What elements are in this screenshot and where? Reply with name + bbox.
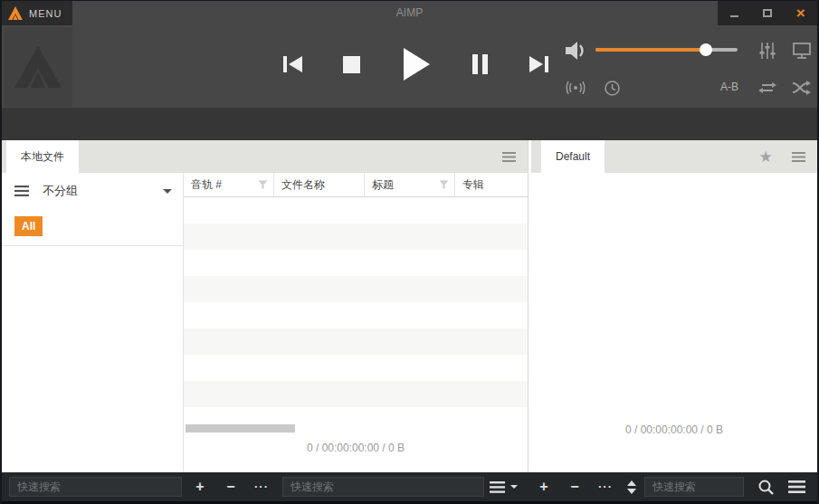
visualization-display-button[interactable]: [790, 39, 814, 62]
play-button[interactable]: [398, 45, 434, 83]
horizontal-scrollbar[interactable]: [184, 424, 528, 433]
previous-track-button[interactable]: [279, 52, 306, 76]
maximize-button[interactable]: [756, 1, 779, 25]
filter-funnel-icon[interactable]: [258, 180, 268, 189]
window-controls: ×: [718, 1, 817, 25]
playlist-remove-button[interactable]: −: [564, 476, 586, 498]
library-tabstrip: 本地文件: [2, 140, 528, 173]
mute-button[interactable]: [564, 39, 587, 62]
volume-slider[interactable]: [595, 48, 738, 52]
monitor-icon: [793, 43, 811, 59]
repeat-button[interactable]: [756, 76, 779, 100]
stop-icon: [343, 56, 360, 73]
grouping-pane: 不分组 All: [2, 173, 184, 472]
group-remove-button[interactable]: −: [220, 476, 242, 498]
hamburger-menu-icon: [792, 152, 805, 162]
library-search-input[interactable]: [282, 477, 484, 497]
playlist-status: 0 / 00:00:00:00 / 0 B: [531, 423, 817, 436]
playlist-find-button[interactable]: [755, 476, 776, 498]
playlist-bookmark-button[interactable]: ★: [752, 140, 779, 173]
library-menu-button[interactable]: [495, 140, 522, 173]
library-status: 0 / 00:00:00:00 / 0 B: [184, 442, 528, 454]
shuffle-icon: [793, 81, 811, 95]
column-header-filename[interactable]: 文件名称: [274, 173, 365, 196]
stop-button[interactable]: [338, 52, 364, 76]
table-header-row: 音轨 # 文件名称 标题: [184, 173, 528, 197]
playlist-sort-button[interactable]: [627, 480, 636, 494]
library-view-menu-button[interactable]: [490, 481, 518, 493]
aimp-window: MENU AIMP ×: [0, 0, 819, 504]
sleep-timer-button[interactable]: [600, 76, 624, 100]
repeat-icon: [758, 81, 776, 94]
star-icon: ★: [758, 147, 772, 166]
next-track-button[interactable]: [525, 52, 552, 76]
player-deck: A-B: [2, 25, 817, 108]
column-header-track[interactable]: 音轨 #: [184, 173, 274, 196]
pause-button[interactable]: [467, 52, 492, 76]
volume-fill: [595, 48, 706, 52]
title-bar: MENU AIMP ×: [2, 1, 817, 25]
search-icon: [758, 480, 774, 495]
maximize-icon: [763, 9, 772, 17]
table-row: [184, 355, 528, 381]
table-row: [184, 197, 528, 223]
group-search-input[interactable]: [9, 477, 182, 497]
close-icon: ×: [796, 5, 805, 21]
playlist-body[interactable]: 0 / 00:00:00:00 / 0 B: [531, 173, 817, 472]
minimize-button[interactable]: [722, 1, 746, 25]
playlist-tabstrip: Default ★: [531, 140, 817, 173]
speaker-icon: [566, 42, 586, 60]
pause-icon: [472, 54, 488, 74]
chevron-down-icon: [510, 485, 518, 489]
library-section: 本地文件 不分组: [2, 140, 529, 472]
group-add-button[interactable]: +: [189, 476, 211, 498]
hamburger-menu-icon: [490, 481, 505, 493]
playlist-search-input[interactable]: [644, 477, 744, 497]
playlist-more-button[interactable]: ···: [595, 476, 616, 498]
filter-funnel-icon[interactable]: [439, 180, 449, 189]
hamburger-menu-icon: [502, 152, 516, 162]
tab-playlist-default-label: Default: [556, 150, 590, 163]
table-row: [184, 250, 528, 276]
minimize-icon: [730, 15, 738, 17]
playlist-section: Default ★ 0 / 00:00:00:00 / 0 B: [531, 140, 817, 472]
ab-repeat-button[interactable]: A-B: [720, 81, 738, 93]
table-row: [184, 223, 528, 250]
volume-slider-thumb[interactable]: [700, 43, 712, 56]
playlist-options-button[interactable]: [786, 476, 807, 498]
shuffle-button[interactable]: [790, 76, 814, 100]
playlist-menu-button[interactable]: [785, 140, 812, 173]
table-row: [184, 276, 528, 302]
next-track-icon: [529, 56, 548, 72]
broadcast-icon: [566, 81, 586, 94]
radio-capture-button[interactable]: [564, 76, 587, 100]
waveform-strip[interactable]: [2, 108, 817, 140]
album-art: [4, 27, 72, 107]
grouping-menu-icon: [14, 185, 29, 196]
table-row: [184, 381, 528, 407]
playlist-add-button[interactable]: +: [533, 476, 555, 498]
horizontal-scrollbar-thumb[interactable]: [186, 424, 295, 433]
bottom-toolbar: + − ··· + − ···: [2, 472, 817, 501]
clock-icon: [605, 81, 620, 96]
sort-up-icon: [627, 480, 636, 486]
column-header-album[interactable]: 专辑: [455, 173, 528, 196]
tab-playlist-default[interactable]: Default: [541, 140, 605, 173]
grouping-selected-label: 不分组: [43, 183, 163, 199]
hamburger-menu-icon: [788, 480, 805, 493]
table-row: [184, 328, 528, 355]
column-header-title[interactable]: 标题: [365, 173, 455, 196]
group-more-button[interactable]: ···: [251, 476, 272, 498]
chevron-down-icon: [163, 189, 172, 194]
grouping-selector[interactable]: 不分组: [2, 173, 183, 209]
tab-local-files[interactable]: 本地文件: [6, 140, 79, 173]
equalizer-icon: [759, 43, 776, 59]
equalizer-button[interactable]: [756, 39, 779, 62]
table-body[interactable]: [184, 197, 528, 408]
close-button[interactable]: ×: [789, 1, 813, 25]
tab-local-files-label: 本地文件: [21, 149, 64, 165]
library-table: 音轨 # 文件名称 标题: [184, 173, 528, 472]
group-list: All: [2, 209, 183, 246]
main-area: 本地文件 不分组: [2, 140, 817, 472]
group-item-all[interactable]: All: [14, 216, 43, 236]
